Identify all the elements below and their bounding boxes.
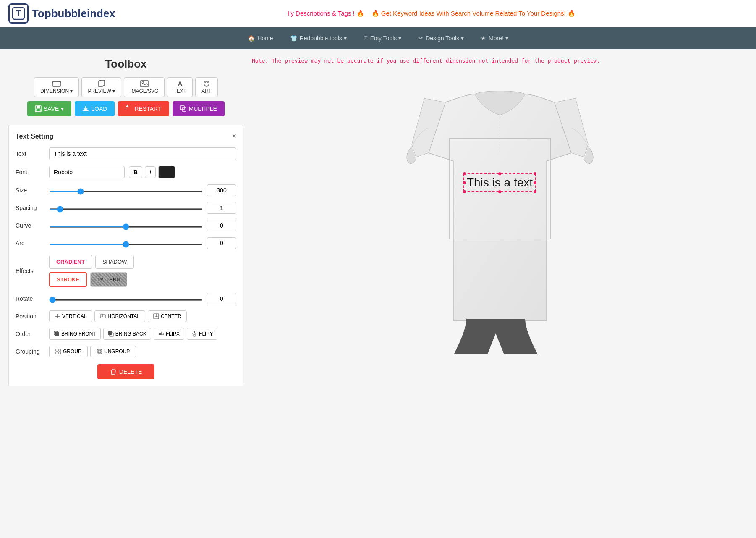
- spacing-label: Spacing: [16, 205, 45, 211]
- effects-container: GRADIENT SHADOW STROKE PATTERN: [49, 255, 134, 287]
- bring-back-button[interactable]: BRING BACK: [103, 328, 151, 340]
- image-svg-label: IMAGE/SVG: [130, 88, 158, 94]
- arc-slider-container: [49, 240, 203, 247]
- nav-redbubble[interactable]: 👕 Redbubble tools ▾: [282, 27, 355, 49]
- pattern-button[interactable]: PATTERN: [90, 272, 127, 287]
- close-button[interactable]: ×: [232, 132, 236, 141]
- text-button[interactable]: A TEXT: [167, 77, 193, 97]
- main-content: Toolbox DIMENSION ▾ PREVIEW ▾: [0, 49, 756, 395]
- ungroup-button[interactable]: UNGROUP: [90, 346, 136, 357]
- bring-front-button[interactable]: BRING FRONT: [49, 328, 101, 340]
- bold-button[interactable]: B: [129, 166, 142, 178]
- order-row: Order BRING FRONT BRING BACK FLIPX: [16, 328, 236, 340]
- delete-button[interactable]: DELETE: [97, 364, 154, 379]
- svg-rect-31: [56, 349, 58, 351]
- size-slider-container: [49, 187, 203, 194]
- logo-area[interactable]: T Topbubbleindex: [8, 3, 115, 24]
- load-button[interactable]: LOAD: [75, 101, 115, 116]
- logo-icon: T: [8, 3, 29, 24]
- flipx-button[interactable]: FLIPX: [154, 328, 184, 340]
- size-slider[interactable]: [49, 191, 203, 192]
- multiple-button[interactable]: MULTIPLE: [173, 101, 225, 116]
- mid-dot-left: [463, 181, 466, 184]
- vertical-button[interactable]: VERTICAL: [49, 310, 92, 322]
- preview-button[interactable]: PREVIEW ▾: [81, 77, 121, 97]
- arc-label: Arc: [16, 240, 45, 247]
- effects-label: Effects: [16, 268, 45, 274]
- dimension-button[interactable]: DIMENSION ▾: [34, 77, 79, 97]
- multiple-icon: [180, 105, 187, 112]
- promo-link2[interactable]: 🔥 Get Keyword Ideas With Search Volume R…: [371, 10, 576, 17]
- toolbar-row: DIMENSION ▾ PREVIEW ▾ IMAGE/SVG: [8, 77, 243, 97]
- svg-rect-16: [83, 110, 89, 111]
- svg-rect-15: [36, 109, 40, 111]
- promo-link1[interactable]: Ily Descriptions & Tags ! 🔥: [288, 10, 366, 17]
- effects-row-2: STROKE PATTERN: [49, 272, 134, 287]
- svg-point-11: [207, 82, 208, 83]
- panel-header: Text Setting ×: [16, 132, 236, 141]
- delete-row: DELETE: [16, 364, 236, 379]
- order-buttons: BRING FRONT BRING BACK FLIPX FLIPY: [49, 328, 217, 340]
- spacing-value[interactable]: [207, 202, 236, 214]
- save-icon: [35, 105, 42, 112]
- stroke-button[interactable]: STROKE: [49, 272, 87, 287]
- restart-button[interactable]: RESTART: [118, 101, 169, 116]
- text-label: Text: [16, 150, 45, 157]
- center-button[interactable]: CENTER: [148, 310, 187, 322]
- horizontal-icon: [100, 313, 106, 319]
- spacing-slider[interactable]: [49, 208, 203, 210]
- design-text: This is a text: [467, 176, 533, 189]
- rotate-value[interactable]: [207, 293, 236, 304]
- grouping-buttons: GROUP UNGROUP: [49, 346, 136, 357]
- shadow-button[interactable]: SHADOW: [95, 255, 134, 269]
- delete-label: DELETE: [119, 368, 142, 375]
- size-value[interactable]: [207, 184, 236, 196]
- top-header: T Topbubbleindex Ily Descriptions & Tags…: [0, 0, 756, 27]
- nav-home[interactable]: 🏠 Home: [239, 27, 281, 49]
- rotate-slider[interactable]: [49, 299, 203, 301]
- effects-row-1: GRADIENT SHADOW: [49, 255, 134, 269]
- italic-button[interactable]: I: [145, 166, 156, 178]
- svg-text:T: T: [16, 9, 21, 18]
- svg-rect-36: [98, 350, 101, 353]
- svg-rect-33: [56, 352, 58, 354]
- font-input[interactable]: [49, 166, 125, 178]
- curve-slider-container: [49, 222, 203, 229]
- preview-note: Note: The preview may not be accurate if…: [252, 58, 748, 64]
- color-swatch[interactable]: [158, 166, 175, 178]
- curve-value[interactable]: [207, 220, 236, 231]
- text-input[interactable]: [49, 147, 236, 160]
- art-button[interactable]: ART: [195, 77, 218, 97]
- delete-icon: [110, 368, 117, 375]
- image-svg-button[interactable]: IMAGE/SVG: [124, 77, 165, 97]
- tshirt-preview: This is a text: [252, 69, 748, 354]
- mid-dot-right: [534, 181, 536, 184]
- flipy-button[interactable]: FLIPY: [187, 328, 217, 340]
- nav-design[interactable]: ✂ Design Tools ▾: [410, 27, 472, 49]
- horizontal-button[interactable]: HORIZONTAL: [94, 310, 145, 322]
- restart-icon: [126, 105, 132, 112]
- position-row: Position VERTICAL HORIZONTAL CENTER: [16, 310, 236, 322]
- arc-value[interactable]: [207, 237, 236, 249]
- text-setting-panel: Text Setting × Text Font B I Size: [8, 125, 243, 386]
- curve-slider[interactable]: [49, 226, 203, 228]
- save-button[interactable]: SAVE ▾: [27, 101, 71, 116]
- art-icon: [202, 80, 211, 87]
- text-icon: A: [176, 80, 184, 87]
- tshirt-svg: [391, 69, 609, 354]
- group-button[interactable]: GROUP: [49, 346, 88, 357]
- effects-row: Effects GRADIENT SHADOW STROKE: [16, 255, 236, 287]
- font-row: Font B I: [16, 166, 236, 178]
- rotate-label: Rotate: [16, 295, 45, 302]
- center-icon: [153, 313, 159, 319]
- bring-front-icon: [54, 331, 60, 337]
- curve-row: Curve: [16, 220, 236, 231]
- gradient-button[interactable]: GRADIENT: [49, 255, 92, 269]
- selected-text-container[interactable]: This is a text: [467, 176, 533, 189]
- svg-point-10: [205, 82, 206, 83]
- load-icon: [82, 105, 89, 112]
- image-icon: [140, 80, 149, 87]
- nav-etsy[interactable]: 𝔼 Etsy Tools ▾: [355, 27, 410, 49]
- arc-slider[interactable]: [49, 244, 203, 245]
- nav-more[interactable]: ★ More! ▾: [472, 27, 517, 49]
